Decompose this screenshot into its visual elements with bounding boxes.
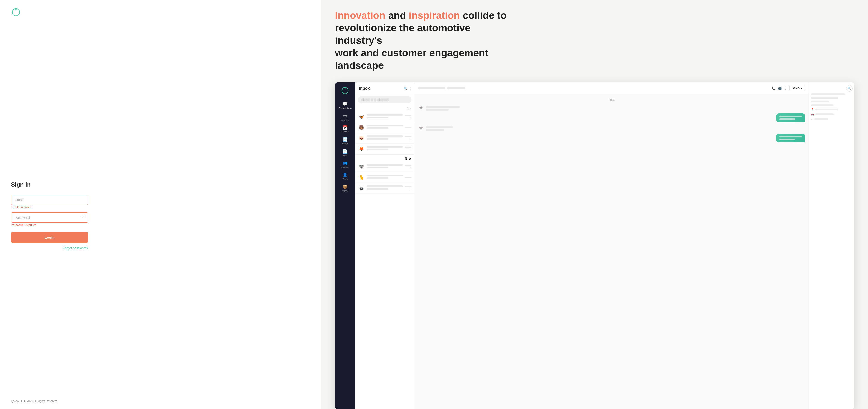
phone-icon[interactable]: 📞 xyxy=(772,86,775,90)
conversations-icon: 💬 xyxy=(343,102,347,106)
right-bar-3 xyxy=(811,101,829,102)
inbox-meta-7: □ xyxy=(405,186,411,191)
svg-point-1 xyxy=(15,8,17,10)
sidebar-item-billings[interactable]: 🧾 Billings xyxy=(335,135,355,147)
chat-bubble-1 xyxy=(426,106,460,111)
inbox-icon-sm-5: □ xyxy=(410,167,411,169)
check-icon: ✓ xyxy=(811,117,813,121)
chat-bubble-3 xyxy=(426,126,453,131)
hero-text: Innovation and inspiration collide torev… xyxy=(335,9,508,72)
right-side-search[interactable]: 🔍 xyxy=(846,85,852,92)
mock-chat-panel: 📞 📹 ⋮ Sales ∨ Today 🐨 xyxy=(414,82,809,409)
chat-header: 📞 📹 ⋮ Sales ∨ xyxy=(414,82,809,94)
logo-icon xyxy=(11,7,21,17)
inbox-line-name-3 xyxy=(367,135,403,137)
right-icon-row-3: ✓ xyxy=(811,117,852,121)
more-icon[interactable]: ⋮ xyxy=(784,86,787,90)
car-icon: 🚗 xyxy=(811,113,814,116)
logo-area xyxy=(11,7,310,18)
inventory-label: Inventory xyxy=(341,119,349,121)
chat-body: Today 🐨 xyxy=(414,94,809,409)
inbox-item-5[interactable]: 🐨 □ xyxy=(355,162,414,172)
video-icon[interactable]: 📹 xyxy=(778,86,781,90)
inbox-time-6 xyxy=(405,177,411,178)
inbox-line-name-5 xyxy=(367,164,403,166)
archive-label: Archive xyxy=(342,190,348,192)
inbox-time-4 xyxy=(405,146,411,148)
inbox-avatar-1: 🦋 xyxy=(358,113,365,120)
sidebar-item-conversations[interactable]: 💬 Conversations xyxy=(335,100,355,111)
today-label: Today xyxy=(418,98,805,101)
inbox-list: 🦋 □ 🐻 xyxy=(355,111,414,409)
section-header-1: ⇅ ∧ xyxy=(355,106,414,111)
sales-badge[interactable]: Sales ∨ xyxy=(789,85,805,91)
sidebar-item-report[interactable]: 📄 Report xyxy=(335,147,355,159)
right-panel: Innovation and inspiration collide torev… xyxy=(321,0,868,409)
inbox-content-6 xyxy=(367,175,403,180)
chat-message-1: 🐨 xyxy=(418,105,805,111)
inbox-item-4[interactable]: 🦊 □ xyxy=(355,144,414,154)
inbox-title: Inbox xyxy=(359,86,370,91)
forgot-password-link[interactable]: Forgot password? xyxy=(11,246,88,250)
report-label: Report xyxy=(342,154,348,157)
sidebar-item-pipeline[interactable]: 👥 Pipeline xyxy=(335,159,355,171)
inbox-header: Inbox 🔍 ‹ xyxy=(355,82,414,94)
sales-dropdown-icon: ∨ xyxy=(801,86,803,90)
chat-message-3: 🐨 xyxy=(418,125,805,131)
right-icon-row-2: 🚗 xyxy=(811,113,852,116)
inbox-content-4 xyxy=(367,146,403,151)
mock-logo-icon xyxy=(341,86,350,95)
login-button[interactable]: Login xyxy=(11,232,88,243)
inbox-avatar-2: 🐻 xyxy=(358,124,365,131)
inbox-collapse-icon[interactable]: ‹ xyxy=(409,87,410,91)
sidebar-item-team[interactable]: 👤 Team xyxy=(335,171,355,182)
inbox-line-name-6 xyxy=(367,175,403,176)
inbox-search-bar[interactable]: ⬜⬜⬜⬜⬜⬜⬜⬜⬜ xyxy=(358,96,411,103)
eye-icon[interactable]: 👁 xyxy=(81,215,85,220)
inbox-meta-1: □ xyxy=(405,114,411,119)
chat-avatar-1: 🐨 xyxy=(418,105,424,111)
inbox-avatar-6: 🐈 xyxy=(358,174,365,181)
inbox-icon-sm-7: □ xyxy=(410,188,411,191)
inbox-item-3[interactable]: 🐷 □ xyxy=(355,133,414,144)
inbox-item-2[interactable]: 🐻 xyxy=(355,122,414,133)
billings-label: Billings xyxy=(342,142,348,145)
billings-icon: 🧾 xyxy=(343,137,347,142)
inbox-line-name-1 xyxy=(367,114,403,116)
inbox-time-2 xyxy=(405,127,411,128)
inbox-line-msg-2 xyxy=(367,128,388,129)
inbox-item-6[interactable]: 🐈 xyxy=(355,172,414,183)
inbox-content-3 xyxy=(367,135,403,141)
inbox-avatar-4: 🦊 xyxy=(358,145,365,152)
section-header-2: ⇅ ∧ xyxy=(355,154,414,162)
sidebar-item-calendar[interactable]: 📅 Calendar xyxy=(335,124,355,135)
signin-title: Sign in xyxy=(11,181,88,188)
hero-highlight1: Innovation xyxy=(335,10,385,21)
right-bar-1 xyxy=(811,93,845,95)
calendar-label: Calendar xyxy=(341,131,349,133)
svg-point-4 xyxy=(344,88,345,89)
right-icon-row-1: 📍 xyxy=(811,108,852,111)
email-input[interactable] xyxy=(11,195,88,205)
password-input[interactable] xyxy=(11,212,88,223)
inbox-meta-6 xyxy=(405,177,411,178)
green-line-2a xyxy=(779,116,802,117)
email-error: Email is required xyxy=(11,206,88,209)
inbox-line-msg-4 xyxy=(367,149,388,150)
right-bar-7 xyxy=(814,118,828,120)
filter-icon-1: ⇅ ∧ xyxy=(406,107,411,110)
password-wrapper: 👁 xyxy=(11,212,88,223)
inbox-item-7[interactable]: 🦝 □ xyxy=(355,183,414,194)
inbox-content-2 xyxy=(367,125,403,130)
inbox-icon-sm-1: □ xyxy=(410,117,411,119)
calendar-icon: 📅 xyxy=(343,126,347,130)
inbox-time-3 xyxy=(405,136,411,137)
sidebar-item-inventory[interactable]: 🗃 Inventory xyxy=(335,111,355,124)
inbox-item-1[interactable]: 🦋 □ xyxy=(355,111,414,122)
inbox-header-icons: 🔍 ‹ xyxy=(404,87,410,91)
inbox-meta-3: □ xyxy=(405,136,411,141)
left-panel: Sign in Email is required 👁 Password is … xyxy=(0,0,321,409)
sidebar-item-archive[interactable]: 📦 Archive xyxy=(335,182,355,194)
inbox-search-icon[interactable]: 🔍 xyxy=(404,87,408,91)
green-line-4a xyxy=(779,136,802,137)
